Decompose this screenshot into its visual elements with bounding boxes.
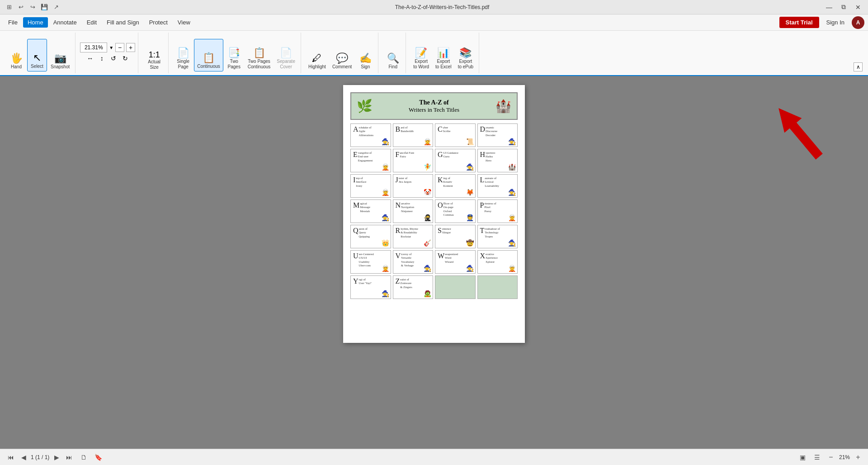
red-arrow-annotation bbox=[755, 90, 854, 191]
pdf-cell-n: N arrativeNavigationNinjaneer 🥷 bbox=[393, 199, 434, 223]
select-icon: ↖ bbox=[33, 53, 41, 63]
hand-tool-button[interactable]: 🖐 Hand bbox=[6, 39, 26, 71]
two-pages-continuous-icon: 📋 bbox=[253, 48, 265, 58]
continuous-view-button[interactable]: ☰ bbox=[812, 452, 823, 463]
menu-annotate[interactable]: Annotate bbox=[49, 17, 81, 28]
page-thumbnail-button[interactable]: 🗋 bbox=[78, 452, 89, 463]
snapshot-icon: 📷 bbox=[54, 53, 66, 63]
page-info: 1 (1 / 1) bbox=[31, 454, 49, 460]
two-pages-continuous-button[interactable]: 📋 Two PagesContinuous bbox=[245, 39, 274, 71]
export-excel-icon: 📊 bbox=[437, 48, 449, 58]
find-button[interactable]: 🔍 Find bbox=[383, 39, 403, 71]
menu-bar: File Home Annotate Edit Fill and Sign Pr… bbox=[0, 14, 868, 31]
comment-button[interactable]: 💬 Comment bbox=[330, 39, 354, 71]
export-word-button[interactable]: 📝 Exportto Word bbox=[410, 39, 432, 71]
zoom-in-button[interactable]: + bbox=[126, 43, 135, 52]
zoom-rotate-right-button[interactable]: ↻ bbox=[120, 53, 130, 63]
sign-button[interactable]: ✍ Sign bbox=[355, 39, 375, 71]
select-label: Select bbox=[31, 64, 43, 69]
status-right-area: ▣ ☰ − 21% + bbox=[797, 452, 863, 463]
continuous-icon: 📋 bbox=[203, 53, 215, 63]
single-page-button[interactable]: 📄 SinglePage bbox=[173, 39, 193, 71]
separate-cover-label: SeparateCover bbox=[277, 59, 295, 70]
menu-protect[interactable]: Protect bbox=[145, 17, 172, 28]
snapshot-tool-button[interactable]: 📷 Snapshot bbox=[48, 39, 72, 71]
two-pages-label: TwoPages bbox=[228, 59, 241, 70]
ribbon-tools-items: 🖐 Hand ↖ Select 📷 Snapshot bbox=[6, 34, 72, 71]
window-title: The-A-to-Z-of-Writers-in-Tech-Titles.pdf bbox=[61, 4, 823, 10]
pdf-cell-e: E vangelist ofEnd-userEngagement 🧝 bbox=[350, 149, 391, 172]
zoom-rotate-left-button[interactable]: ↺ bbox=[108, 53, 118, 63]
two-pages-icon: 📑 bbox=[228, 48, 240, 58]
two-pages-continuous-label: Two PagesContinuous bbox=[248, 59, 271, 70]
pdf-title-sub: Writers in Tech Titles bbox=[376, 106, 492, 114]
redo-btn[interactable]: ↪ bbox=[27, 2, 38, 13]
status-bar: ⏮ ◀ 1 (1 / 1) ▶ ⏭ 🗋 🔖 ▣ ☰ − 21% + bbox=[0, 449, 868, 465]
menu-fill-sign[interactable]: Fill and Sign bbox=[102, 17, 144, 28]
single-page-view-button[interactable]: ▣ bbox=[797, 452, 808, 463]
pdf-title-main: The A-Z of bbox=[376, 99, 492, 106]
menu-home[interactable]: Home bbox=[23, 17, 48, 28]
menu-right-actions: Start Trial Sign In A bbox=[779, 16, 864, 29]
ribbon-actual-items: 1:1 ActualSize bbox=[143, 34, 165, 71]
pdf-cell-z: Z ealot ofZomware& Zingers 🧟 bbox=[393, 275, 434, 299]
pdf-cell-s: S entenceSlingor 🤠 bbox=[435, 225, 476, 248]
main-area: 🌿 The A-Z of Writers in Tech Titles 🏰 A … bbox=[0, 76, 868, 449]
highlight-button[interactable]: 🖊 Highlight bbox=[306, 39, 329, 71]
pdf-viewer[interactable]: 🌿 The A-Z of Writers in Tech Titles 🏰 A … bbox=[0, 76, 868, 449]
pdf-cell-d: D ynamicDiscourseDecoder 🧙 bbox=[477, 123, 518, 147]
sign-in-button[interactable]: Sign In bbox=[823, 17, 848, 28]
zoom-out-button[interactable]: − bbox=[115, 43, 124, 52]
pdf-cell-k: K ing ofKreativKontent 🦊 bbox=[435, 174, 476, 198]
zoom-fit-page-button[interactable]: ↕ bbox=[97, 53, 107, 63]
highlight-icon: 🖊 bbox=[312, 53, 322, 63]
pdf-cell-b: B ard ofBandwidth 🧝 bbox=[393, 123, 434, 147]
user-avatar[interactable]: A bbox=[852, 16, 864, 29]
hand-label: Hand bbox=[11, 64, 22, 70]
pdf-cell-a: A rchduke ofAgileAlliterations 🧙 bbox=[350, 123, 391, 147]
zoom-in-status-button[interactable]: + bbox=[854, 453, 863, 462]
menu-view[interactable]: View bbox=[173, 17, 195, 28]
export-epub-button[interactable]: 📚 Exportto ePub bbox=[455, 39, 476, 71]
continuous-button[interactable]: 📋 Continuous bbox=[194, 39, 223, 71]
pdf-cell-o: O fficer ofOn-pageOxfordCommas 👮 bbox=[435, 199, 476, 223]
zoom-fit-width-button[interactable]: ↔ bbox=[85, 53, 95, 63]
menu-edit[interactable]: Edit bbox=[82, 17, 101, 28]
undo-btn[interactable]: ↩ bbox=[15, 2, 26, 13]
pdf-cell-i: I mp ofInterfaceIrony 🧝 bbox=[350, 174, 391, 198]
prev-page-button[interactable]: ◀ bbox=[18, 452, 29, 463]
share-btn[interactable]: ↗ bbox=[51, 2, 61, 13]
pdf-cell-y: Y ogi ofUser 'Yay!' 🧙 bbox=[350, 275, 391, 299]
ribbon-find-items: 🔍 Find bbox=[383, 34, 403, 71]
ribbon: 🖐 Hand ↖ Select 📷 Snapshot ▼ − + ↔ ↕ ↺ ↻ bbox=[0, 31, 868, 76]
grid-icon-btn[interactable]: ⊞ bbox=[4, 2, 14, 13]
ribbon-group-tools: 🖐 Hand ↖ Select 📷 Snapshot bbox=[4, 33, 75, 73]
restore-btn[interactable]: ⧉ bbox=[837, 1, 850, 14]
bookmark-button[interactable]: 🔖 bbox=[93, 452, 104, 463]
ribbon-view-items: 📄 SinglePage 📋 Continuous 📑 TwoPages 📋 T… bbox=[173, 34, 298, 71]
two-pages-button[interactable]: 📑 TwoPages bbox=[224, 39, 244, 71]
select-tool-button[interactable]: ↖ Select bbox=[27, 39, 47, 71]
first-page-button[interactable]: ⏮ bbox=[5, 452, 16, 463]
zoom-out-status-button[interactable]: − bbox=[826, 453, 835, 462]
separate-cover-button[interactable]: 📄 SeparateCover bbox=[274, 39, 298, 71]
ribbon-group-export: 📝 Exportto Word 📊 Exportto Excel 📚 Expor… bbox=[408, 33, 479, 73]
save-btn[interactable]: 💾 bbox=[39, 2, 50, 13]
last-page-button[interactable]: ⏭ bbox=[64, 452, 75, 463]
zoom-dropdown-arrow[interactable]: ▼ bbox=[109, 45, 113, 50]
minimize-btn[interactable]: — bbox=[823, 1, 835, 14]
start-trial-button[interactable]: Start Trial bbox=[779, 17, 819, 28]
next-page-button[interactable]: ▶ bbox=[51, 452, 62, 463]
pdf-title-left-icon: 🌿 bbox=[357, 99, 373, 114]
export-excel-button[interactable]: 📊 Exportto Excel bbox=[433, 39, 454, 71]
export-word-label: Exportto Word bbox=[413, 59, 429, 70]
pdf-title-area: 🌿 The A-Z of Writers in Tech Titles 🏰 bbox=[350, 92, 518, 120]
close-btn[interactable]: ✕ bbox=[852, 1, 864, 14]
pdf-cell-l: L aureate ofLexicalLearnability 🧙 bbox=[477, 174, 518, 198]
ribbon-collapse-button[interactable]: ∧ bbox=[854, 62, 863, 71]
zoom-input[interactable] bbox=[80, 43, 107, 52]
zoom-level-display: 21% bbox=[839, 454, 850, 460]
actual-size-button[interactable]: 1:1 ActualSize bbox=[143, 39, 165, 71]
actual-size-label: ActualSize bbox=[148, 59, 160, 70]
menu-file[interactable]: File bbox=[4, 17, 22, 28]
